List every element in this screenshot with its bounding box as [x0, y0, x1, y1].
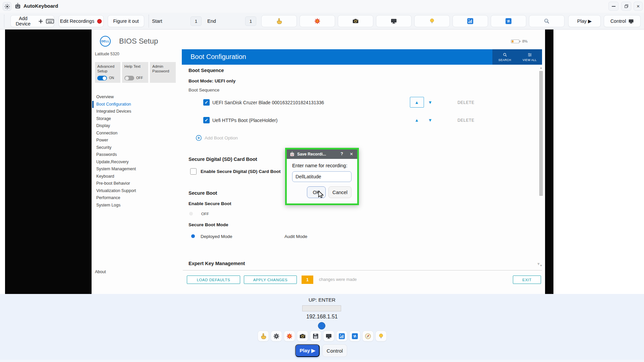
gear-status-button[interactable] — [271, 330, 282, 342]
search-button[interactable]: SEARCH — [492, 49, 517, 65]
advanced-setup-toggle[interactable] — [97, 76, 107, 80]
control-button-bottom[interactable]: Control — [322, 344, 347, 357]
bulb-icon — [429, 18, 435, 24]
search-label: SEARCH — [498, 58, 511, 62]
add-boot-option-label[interactable]: Add Boot Option — [205, 135, 238, 140]
changes-count-badge: 1 — [302, 276, 313, 284]
delete-button[interactable]: DELETE — [458, 118, 474, 123]
sd-card-checkbox[interactable] — [190, 168, 197, 175]
compass-icon — [365, 333, 371, 340]
deployed-mode-radio[interactable] — [191, 234, 195, 238]
sync-status-button[interactable] — [349, 330, 361, 342]
burst-toolbar-button[interactable] — [300, 15, 335, 27]
hand-status-button[interactable] — [258, 330, 269, 342]
view-all-button[interactable]: VIEW ALL — [517, 49, 542, 65]
add-device-button[interactable]: Add Device — [10, 15, 54, 27]
apply-changes-button[interactable]: APPLY CHANGES — [244, 276, 297, 284]
sidebar-item-performance[interactable]: Performance — [92, 194, 173, 202]
theme-button[interactable] — [3, 2, 11, 11]
hand-toolbar-button[interactable] — [261, 15, 297, 27]
end-input[interactable] — [245, 16, 256, 26]
sidebar-item-power[interactable]: Power — [92, 137, 173, 144]
sidebar-item-security[interactable]: Security — [92, 144, 173, 152]
view-all-icon — [527, 52, 532, 57]
sidebar-item-overview[interactable]: Overview — [92, 94, 173, 101]
sidebar-item-update-recovery[interactable]: Update,Recovery — [92, 159, 173, 166]
bios-model-label: Latitude 5320 — [95, 52, 119, 56]
bios-title: BIOS Setup — [119, 37, 158, 46]
dialog-title-bar[interactable]: Save Recordi... ? ✕ — [287, 149, 357, 159]
figure-it-out-button[interactable]: Figure it out — [108, 15, 144, 27]
floppy-status-button[interactable] — [310, 330, 321, 342]
sidebar-item-system-logs[interactable]: System Logs — [92, 202, 173, 209]
help-text-label: Help Text — [124, 64, 141, 68]
audit-mode-label[interactable]: Audit Mode — [284, 234, 307, 239]
scrollbar-thumb[interactable] — [539, 71, 543, 196]
move-down-button[interactable]: ▼ — [428, 100, 432, 105]
sidebar-item-keyboard[interactable]: Keyboard — [92, 173, 173, 180]
control-button[interactable]: Control — [604, 15, 641, 27]
sidebar-item-virtualization-support[interactable]: Virtualization Support — [92, 187, 173, 195]
admin-password-card[interactable]: Admin Password — [150, 62, 176, 83]
exit-button[interactable]: EXIT — [513, 276, 541, 284]
boot-item-checkbox[interactable]: ✓ — [203, 117, 210, 123]
dialog-help-button[interactable]: ? — [340, 152, 343, 156]
move-down-button[interactable]: ▼ — [428, 118, 432, 123]
camera-status-button[interactable] — [297, 330, 308, 342]
move-up-button[interactable]: ▲ — [415, 100, 419, 105]
bulb-toolbar-button[interactable] — [414, 15, 450, 27]
add-boot-option-icon[interactable] — [196, 135, 202, 141]
advanced-setup-card: Advanced Setup ON — [95, 62, 120, 83]
edit-recordings-button[interactable]: Edit Recordings — [59, 15, 104, 27]
sync-toolbar-button[interactable] — [491, 15, 526, 27]
signal-status-button[interactable] — [336, 330, 347, 342]
dialog-close-button[interactable]: ✕ — [350, 152, 353, 157]
maximize-button[interactable] — [621, 2, 631, 11]
sidebar-item-storage[interactable]: Storage — [92, 115, 173, 123]
play-button[interactable]: Play ▶ — [568, 15, 601, 27]
monitor-status-button[interactable] — [323, 330, 334, 342]
toggle-knob — [125, 76, 129, 80]
sidebar-item-passwords[interactable]: Passwords — [92, 151, 173, 159]
bulb-status-button[interactable] — [375, 330, 387, 342]
monitor-toolbar-button[interactable] — [376, 15, 412, 27]
changes-note: changes were made — [319, 277, 357, 282]
status-icon-buttons — [0, 330, 644, 342]
magnifier-toolbar-button[interactable] — [529, 15, 565, 27]
bulb-icon — [378, 333, 384, 340]
camera-toolbar-button[interactable] — [338, 15, 373, 27]
sidebar-item-display[interactable]: Display — [92, 122, 173, 130]
minimize-button[interactable] — [608, 2, 619, 11]
play-label: Play ▶ — [577, 18, 592, 24]
end-label: End — [207, 18, 216, 24]
sidebar-item-connection[interactable]: Connection — [92, 130, 173, 137]
recording-name-input[interactable] — [292, 171, 352, 182]
delete-button[interactable]: DELETE — [458, 100, 474, 105]
signal-toolbar-button[interactable] — [452, 15, 488, 27]
restore-icon — [624, 4, 629, 8]
sidebar-item-integrated-devices[interactable]: Integrated Devices — [92, 108, 173, 115]
start-input[interactable] — [191, 16, 202, 26]
help-text-toggle[interactable] — [124, 76, 134, 80]
compass-status-button[interactable] — [362, 330, 374, 342]
burst-status-button[interactable] — [284, 330, 295, 342]
minimize-icon — [612, 6, 615, 7]
play-button-bottom[interactable]: Play ▶ — [295, 344, 320, 357]
toggle-knob — [189, 212, 193, 216]
sidebar-item-pre-boot-behavior[interactable]: Pre-boot Behavior — [92, 180, 173, 187]
close-button[interactable]: ✕ — [634, 2, 643, 11]
boot-item-checkbox[interactable]: ✓ — [203, 99, 210, 106]
load-defaults-button[interactable]: LOAD DEFAULTS — [187, 276, 240, 284]
sidebar-item-about[interactable]: About — [95, 269, 106, 274]
move-up-button[interactable]: ▲ — [415, 118, 419, 123]
sd-card-heading: Secure Digital (SD) Card Boot — [189, 157, 257, 162]
cancel-button[interactable]: Cancel — [328, 186, 352, 198]
footer-divider — [183, 270, 542, 270]
toolbar-grip — [4, 15, 4, 27]
scroll-up-icon[interactable]: ▲ — [539, 66, 543, 69]
sidebar-item-boot-configuration[interactable]: Boot Configuration — [92, 101, 173, 108]
advanced-setup-state: ON — [109, 76, 114, 80]
sidebar-item-system-management[interactable]: System Management — [92, 166, 173, 173]
boot-sequence-row: ✓Uefi HTTPs Boot (PlaceHolder)▲▼DELETE — [182, 117, 542, 129]
scroll-down-icon[interactable]: ▼ — [539, 264, 543, 267]
